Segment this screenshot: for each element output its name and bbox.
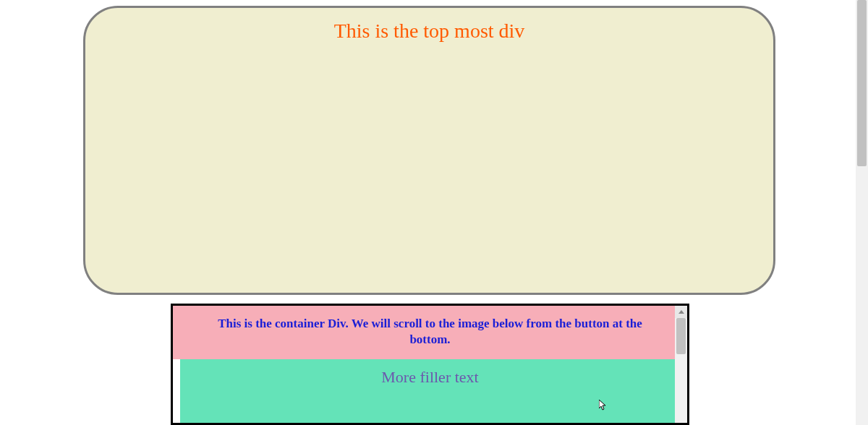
container-scrollbar-thumb[interactable]	[676, 318, 686, 354]
container-div: This is the container Div. We will scrol…	[171, 304, 689, 425]
top-div-title: This is the top most div	[85, 20, 773, 43]
page-scrollbar[interactable]	[856, 0, 868, 425]
page-scrollbar-thumb[interactable]	[857, 0, 867, 166]
container-scrollbar[interactable]	[675, 306, 687, 423]
top-most-div: This is the top most div	[83, 6, 775, 295]
filler-section: More filler text	[180, 359, 680, 425]
filler-text: More filler text	[195, 368, 665, 387]
container-header-section: This is the container Div. We will scrol…	[173, 306, 687, 359]
container-header-text: This is the container Div. We will scrol…	[202, 316, 658, 348]
scrollbar-up-arrow-icon[interactable]	[675, 306, 687, 318]
container-inner: This is the container Div. We will scrol…	[173, 306, 687, 423]
